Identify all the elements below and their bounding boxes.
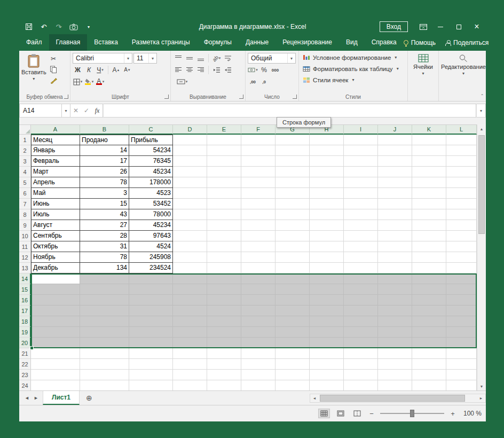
cell-C11[interactable]: 4524 <box>129 241 173 252</box>
cell-C6[interactable]: 4523 <box>129 188 173 199</box>
cell-G2[interactable] <box>275 145 310 156</box>
cell-styles-button[interactable]: Стили ячеек ▾ <box>301 74 405 85</box>
format-as-table-button[interactable]: Форматировать как таблицу ▾ <box>301 63 405 74</box>
cell-C14[interactable] <box>129 273 173 284</box>
cell-B13[interactable]: 134 <box>80 263 129 273</box>
row-header-6[interactable]: 6 <box>19 188 31 199</box>
cell-F4[interactable] <box>241 167 275 177</box>
cell-J7[interactable] <box>378 199 412 209</box>
cell-J13[interactable] <box>378 263 412 273</box>
column-header-C[interactable]: C <box>129 125 173 135</box>
cell-E2[interactable] <box>207 145 241 156</box>
row-header-14[interactable]: 14 <box>19 273 31 284</box>
cell-A23[interactable] <box>31 370 80 380</box>
cell-K20[interactable] <box>412 338 446 348</box>
save-icon[interactable] <box>25 22 33 31</box>
cell-H13[interactable] <box>310 263 344 273</box>
grow-font-button[interactable]: А▲ <box>111 65 121 75</box>
tab-Рецензирование[interactable]: Рецензирование <box>275 34 339 51</box>
alignment-dialog-launcher[interactable] <box>239 95 243 99</box>
cell-G19[interactable] <box>275 327 310 338</box>
cell-E6[interactable] <box>207 188 241 199</box>
fill-handle[interactable] <box>30 346 34 350</box>
cell-F19[interactable] <box>241 327 275 338</box>
cell-J19[interactable] <box>378 327 412 338</box>
cell-H7[interactable] <box>310 199 344 209</box>
cell-B24[interactable] <box>80 380 129 391</box>
cell-C19[interactable] <box>129 327 173 338</box>
cell-E11[interactable] <box>207 241 241 252</box>
cell-K14[interactable] <box>412 273 446 284</box>
cell-C12[interactable]: 245908 <box>129 252 173 263</box>
cell-D17[interactable] <box>173 306 207 316</box>
horizontal-scrollbar[interactable]: ◄ ► <box>310 394 486 403</box>
cell-F15[interactable] <box>241 284 275 295</box>
cell-B18[interactable] <box>80 316 129 327</box>
ribbon-display-options-icon[interactable] <box>415 19 431 34</box>
cell-J12[interactable] <box>378 252 412 263</box>
cell-A14[interactable] <box>31 273 80 284</box>
cell-L1[interactable] <box>446 135 477 145</box>
cell-K7[interactable] <box>412 199 446 209</box>
cell-I9[interactable] <box>344 220 378 231</box>
cell-J18[interactable] <box>378 316 412 327</box>
conditional-formatting-button[interactable]: Условное форматирование ▾ <box>301 52 405 63</box>
cell-A20[interactable] <box>31 338 80 348</box>
cell-E17[interactable] <box>207 306 241 316</box>
hscroll-left-icon[interactable]: ◄ <box>310 396 319 400</box>
cell-K11[interactable] <box>412 241 446 252</box>
cell-C15[interactable] <box>129 284 173 295</box>
cell-I19[interactable] <box>344 327 378 338</box>
cell-K9[interactable] <box>412 220 446 231</box>
cell-J24[interactable] <box>378 380 412 391</box>
cell-I8[interactable] <box>344 209 378 220</box>
cell-A6[interactable]: Май <box>31 188 80 199</box>
cell-F13[interactable] <box>241 263 275 273</box>
cell-K22[interactable] <box>412 359 446 370</box>
cell-J3[interactable] <box>378 156 412 167</box>
cell-D12[interactable] <box>173 252 207 263</box>
cell-C21[interactable] <box>129 348 173 359</box>
cell-H9[interactable] <box>310 220 344 231</box>
cell-J21[interactable] <box>378 348 412 359</box>
cell-C7[interactable]: 53452 <box>129 199 173 209</box>
row-header-21[interactable]: 21 <box>19 348 31 359</box>
cell-B1[interactable]: Продано <box>80 135 129 145</box>
cell-J10[interactable] <box>378 231 412 241</box>
cell-I7[interactable] <box>344 199 378 209</box>
copy-button[interactable] <box>49 64 59 74</box>
cell-L7[interactable] <box>446 199 477 209</box>
cell-I11[interactable] <box>344 241 378 252</box>
font-color-button[interactable]: А ▾ <box>95 77 105 87</box>
cell-H16[interactable] <box>310 295 344 306</box>
cell-G10[interactable] <box>275 231 310 241</box>
cell-H21[interactable] <box>310 348 344 359</box>
cell-E23[interactable] <box>207 370 241 380</box>
sign-in-button[interactable]: Вход <box>380 21 408 32</box>
cell-J8[interactable] <box>378 209 412 220</box>
cell-B7[interactable]: 15 <box>80 199 129 209</box>
cell-B23[interactable] <box>80 370 129 380</box>
cell-K1[interactable] <box>412 135 446 145</box>
cell-D15[interactable] <box>173 284 207 295</box>
align-right-button[interactable] <box>195 65 206 75</box>
cell-A22[interactable] <box>31 359 80 370</box>
tab-Справка[interactable]: Справка <box>365 34 404 51</box>
cell-F10[interactable] <box>241 231 275 241</box>
cell-L23[interactable] <box>446 370 477 380</box>
cell-K12[interactable] <box>412 252 446 263</box>
cell-A21[interactable] <box>31 348 80 359</box>
scroll-down-icon[interactable]: ▼ <box>477 382 486 390</box>
italic-button[interactable]: К <box>84 65 94 75</box>
cell-C13[interactable]: 234524 <box>129 263 173 273</box>
formula-input[interactable] <box>103 104 476 118</box>
cell-F17[interactable] <box>241 306 275 316</box>
cell-I13[interactable] <box>344 263 378 273</box>
cell-H2[interactable] <box>310 145 344 156</box>
cell-A2[interactable]: Январь <box>31 145 80 156</box>
cell-I24[interactable] <box>344 380 378 391</box>
cell-B15[interactable] <box>80 284 129 295</box>
help-button[interactable]: Помощь <box>404 39 436 46</box>
cell-G22[interactable] <box>275 359 310 370</box>
cell-A5[interactable]: Апрель <box>31 177 80 188</box>
